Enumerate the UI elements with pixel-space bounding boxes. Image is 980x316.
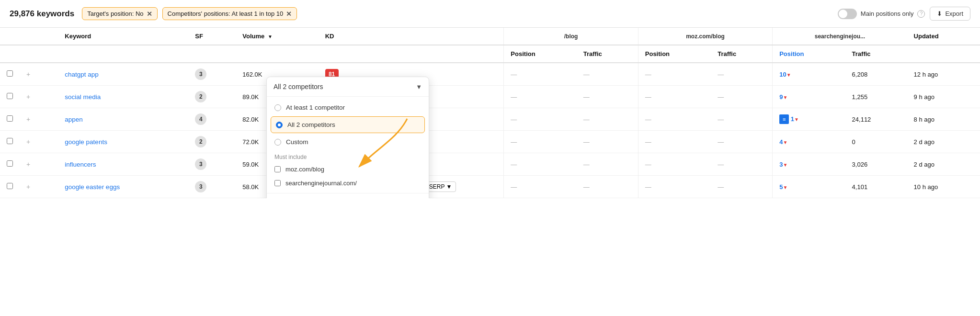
keyword-link[interactable]: social media [65, 93, 101, 101]
blog-traffic-dash: — [583, 138, 590, 146]
row-sej-traffic: 3,026 [845, 153, 907, 176]
th-blog-traffic[interactable]: Traffic [577, 45, 638, 63]
row-add-cell: + [20, 176, 58, 198]
dropdown-option-at-least[interactable]: At least 1 competitor [267, 100, 429, 115]
add-icon[interactable]: + [26, 115, 30, 123]
serp-button[interactable]: SERP ▼ [425, 181, 456, 192]
row-blog-traffic: — [577, 176, 638, 198]
dropdown-chevron-icon: ▼ [416, 83, 422, 90]
row-keyword: social media [58, 86, 188, 108]
row-sej-traffic: 0 [845, 131, 907, 153]
row-checkbox[interactable] [7, 115, 13, 122]
row-add-cell: + [20, 108, 58, 131]
dropdown-checkbox-sej[interactable]: searchenginejournal.com/ [267, 176, 429, 190]
sej-pos-arrow: ▼ [794, 117, 799, 122]
add-icon[interactable]: + [26, 70, 30, 78]
checkbox-sej[interactable] [274, 180, 281, 186]
top-bar: 29,876 keywords Target's position: No ✕ … [0, 0, 980, 28]
row-add-cell: + [20, 63, 58, 86]
serp-chevron: ▼ [446, 183, 452, 190]
sej-pos-arrow: ▼ [783, 162, 787, 168]
filter-chip-1-close[interactable]: ✕ [147, 11, 152, 17]
blog-pos-dash: — [511, 71, 517, 78]
keyword-link[interactable]: chatgpt app [65, 71, 99, 78]
filter-chip-1[interactable]: Target's position: No ✕ [82, 7, 157, 20]
table-wrapper: All 2 competitors ▼ At least 1 competito… [0, 28, 980, 198]
th-empty-3 [58, 45, 188, 63]
row-checkbox[interactable] [7, 183, 13, 189]
add-icon[interactable]: + [26, 183, 30, 191]
add-icon[interactable]: + [26, 93, 30, 101]
th-sej-pos[interactable]: Position [773, 45, 845, 63]
row-blog-pos: — [504, 108, 577, 131]
main-positions-toggle[interactable] [838, 9, 857, 19]
radio-at-least [274, 104, 281, 111]
row-checkbox[interactable] [7, 93, 13, 99]
keyword-link[interactable]: google patents [65, 138, 107, 146]
row-moz-traffic: — [711, 63, 773, 86]
dropdown-options: At least 1 competitor All 2 competitors … [267, 97, 429, 193]
keyword-link[interactable]: google easter eggs [65, 183, 120, 191]
keywords-count: 29,876 keywords [10, 9, 74, 19]
filter-chip-1-label: Target's position: No [87, 10, 143, 17]
updated-col-label: Updated [914, 33, 939, 40]
row-blog-traffic: — [577, 108, 638, 131]
dropdown-option-custom[interactable]: Custom [267, 134, 429, 150]
row-moz-pos: — [638, 63, 711, 86]
row-updated: 2 d ago [907, 153, 980, 176]
add-icon[interactable]: + [26, 138, 30, 146]
th-sf-sub [188, 45, 236, 63]
th-volume[interactable]: Volume ▼ [236, 28, 318, 45]
row-keyword: google patents [58, 131, 188, 153]
row-blog-traffic: — [577, 153, 638, 176]
radio-custom [274, 139, 281, 146]
row-serp [418, 86, 504, 108]
add-icon[interactable]: + [26, 160, 30, 168]
dropdown-option-at-least-label: At least 1 competitor [286, 104, 345, 111]
row-blog-pos: — [504, 63, 577, 86]
row-checkbox[interactable] [7, 70, 13, 77]
keyword-link[interactable]: influencers [65, 161, 96, 168]
checkbox-moz[interactable] [274, 166, 281, 172]
blog-traffic-dash: — [583, 71, 590, 78]
keyword-link[interactable]: appen [65, 116, 83, 123]
th-moz-pos[interactable]: Position [638, 45, 711, 63]
blog-pos-dash: — [511, 138, 517, 146]
th-moz-traffic[interactable]: Traffic [711, 45, 773, 63]
row-sf: 3 [188, 63, 236, 86]
help-icon[interactable]: ? [917, 10, 925, 18]
sej-col-group-label: searchenginejou... [815, 33, 865, 40]
filter-chip-2-close[interactable]: ✕ [286, 11, 292, 17]
moz-traffic-dash: — [718, 71, 724, 78]
sf-badge: 2 [195, 91, 206, 102]
row-add-cell: + [20, 131, 58, 153]
volume-sort-icon: ▼ [268, 34, 273, 39]
moz-traffic-dash: — [718, 93, 724, 101]
moz-pos-dash: — [645, 183, 651, 191]
row-checkbox[interactable] [7, 138, 13, 144]
row-moz-traffic: — [711, 86, 773, 108]
row-checkbox[interactable] [7, 160, 13, 167]
th-blog-group: /blog [504, 28, 638, 45]
row-sej-traffic: 24,112 [845, 108, 907, 131]
sej-pos-arrow: ▼ [783, 95, 787, 100]
filter-chip-2[interactable]: Competitors' positions: At least 1 in to… [162, 7, 297, 20]
table-row: + appen 4 82.0K 40 — — — — ≡ 1▼ 24,11 [0, 108, 980, 131]
dropdown-checkbox-moz[interactable]: moz.com/blog [267, 162, 429, 176]
export-icon: ⬇ [937, 10, 942, 17]
table-row: + social media 2 89.0K 95 — — — — 9▼ [0, 86, 980, 108]
th-kd-sub [319, 45, 370, 63]
dropdown-option-all-label: All 2 competitors [287, 121, 335, 128]
th-sej-traffic[interactable]: Traffic [845, 45, 907, 63]
checkbox-sej-label: searchenginejournal.com/ [285, 180, 357, 187]
th-keyword-header: Keyword [58, 28, 188, 45]
row-serp [418, 153, 504, 176]
row-updated: 9 h ago [907, 86, 980, 108]
dropdown-header[interactable]: All 2 competitors ▼ [267, 77, 429, 97]
moz-pos-dash: — [645, 116, 651, 123]
row-checkbox-cell [0, 63, 20, 86]
export-button[interactable]: ⬇ Export [930, 7, 970, 21]
th-blog-pos[interactable]: Position [504, 45, 577, 63]
radio-all [276, 122, 283, 128]
dropdown-option-all[interactable]: All 2 competitors [271, 116, 425, 133]
